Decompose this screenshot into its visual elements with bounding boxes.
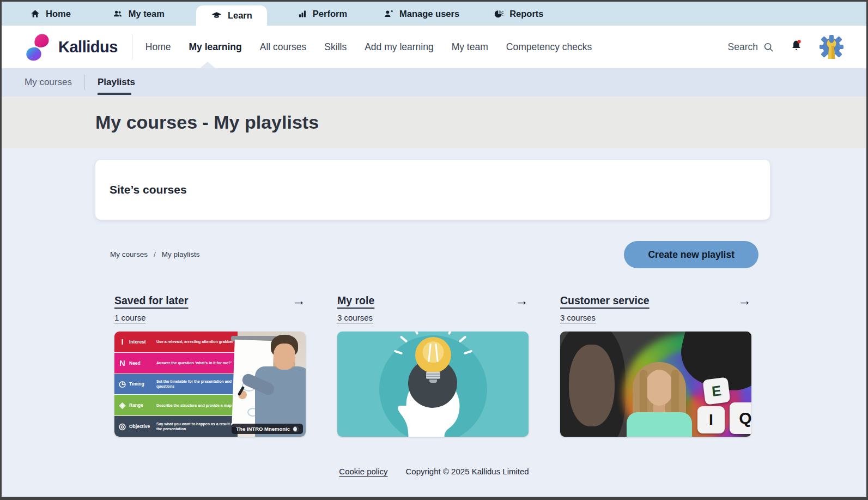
playlist-thumbnail-customer-service[interactable]: E I Q bbox=[560, 332, 751, 437]
app-tab-home[interactable]: Home bbox=[30, 2, 71, 26]
playlist-card-my-role: My role → 3 courses bbox=[337, 294, 529, 437]
course-title-badge: The INTRO Mnemonic bbox=[232, 424, 303, 434]
nav-my-team[interactable]: My team bbox=[452, 41, 488, 53]
intro-row-objective: ◎ Objective Say what you want to happen … bbox=[114, 416, 238, 437]
cookie-policy-link[interactable]: Cookie policy bbox=[339, 467, 387, 476]
search-button[interactable]: Search bbox=[728, 41, 774, 53]
playlist-card-saved-for-later: Saved for later → 1 course I Interest Us… bbox=[114, 294, 306, 437]
nav-skills[interactable]: Skills bbox=[324, 41, 347, 53]
subnav-playlists-label: Playlists bbox=[98, 77, 135, 87]
app-tab-my-team[interactable]: My team bbox=[112, 2, 165, 26]
course-title-badge-label: The INTRO Mnemonic bbox=[236, 426, 290, 432]
open-playlist-arrow-icon[interactable]: → bbox=[515, 294, 529, 306]
breadcrumb: My courses / My playlists bbox=[110, 250, 200, 258]
open-playlist-arrow-icon[interactable]: → bbox=[738, 294, 751, 306]
sites-courses-card: Site’s courses bbox=[95, 160, 770, 220]
subnav-my-courses[interactable]: My courses bbox=[25, 77, 72, 88]
notifications-button[interactable] bbox=[790, 39, 803, 55]
kallidus-logo[interactable]: Kallidus bbox=[23, 31, 118, 63]
active-nav-caret bbox=[200, 62, 215, 68]
playlists-grid: Saved for later → 1 course I Interest Us… bbox=[114, 294, 866, 437]
intro-row-label: Need bbox=[129, 360, 156, 366]
learn-sub-nav: My courses Playlists bbox=[2, 68, 866, 97]
header-right-group: Search bbox=[728, 34, 845, 60]
bell-icon bbox=[790, 39, 803, 53]
nav-all-courses[interactable]: All courses bbox=[260, 41, 307, 53]
app-tab-my-team-label: My team bbox=[129, 9, 165, 19]
intro-row-label: Interest bbox=[129, 339, 156, 345]
person-add-icon bbox=[383, 9, 394, 19]
intro-row-range: ◈ Range Describe the structure and provi… bbox=[114, 395, 238, 415]
learn-nav: Home My learning All courses Skills Add … bbox=[145, 41, 592, 53]
app-tab-manage-users[interactable]: Manage users bbox=[383, 2, 459, 26]
app-tab-manage-users-label: Manage users bbox=[399, 9, 459, 19]
objective-target-icon: ◎ bbox=[116, 421, 129, 431]
home-icon bbox=[30, 9, 40, 19]
user-avatar[interactable] bbox=[818, 34, 845, 60]
intro-row-interest: I Interest Use a relevant, arresting att… bbox=[114, 332, 238, 352]
create-new-playlist-button[interactable]: Create new playlist bbox=[624, 241, 758, 268]
playlist-card-customer-service: Customer service → 3 courses E bbox=[560, 294, 751, 437]
app-tab-home-label: Home bbox=[46, 9, 71, 19]
intro-row-desc: Describe the structure and provide a map bbox=[156, 403, 235, 408]
eq-die-q: Q bbox=[730, 402, 751, 434]
header-divider bbox=[132, 34, 132, 59]
playlist-count-my-role[interactable]: 3 courses bbox=[337, 313, 373, 322]
app-top-bar: Home My team Learn Perform Manage users … bbox=[2, 2, 866, 26]
playlist-thumbnail-saved-for-later[interactable]: I Interest Use a relevant, arresting att… bbox=[114, 332, 306, 437]
eq-die-i: I bbox=[697, 406, 725, 433]
breadcrumb-my-courses[interactable]: My courses bbox=[110, 250, 148, 258]
pie-chart-icon bbox=[493, 9, 504, 19]
app-tab-perform[interactable]: Perform bbox=[298, 2, 347, 26]
open-playlist-arrow-icon[interactable]: → bbox=[292, 294, 306, 306]
app-tab-learn[interactable]: Learn bbox=[196, 5, 267, 26]
playlist-title-saved-for-later[interactable]: Saved for later bbox=[114, 294, 188, 307]
copyright-text: Copyright © 2025 Kallidus Limited bbox=[406, 467, 529, 476]
need-letter-icon: N bbox=[116, 358, 129, 368]
subnav-divider bbox=[84, 75, 85, 90]
app-tab-learn-label: Learn bbox=[228, 10, 252, 21]
kallidus-logo-icon bbox=[23, 31, 53, 63]
search-label: Search bbox=[728, 41, 758, 53]
people-icon bbox=[112, 9, 123, 19]
nav-competency-checks[interactable]: Competency checks bbox=[506, 41, 592, 53]
playlist-title-my-role[interactable]: My role bbox=[337, 294, 374, 307]
eq-die-e: E bbox=[702, 377, 730, 405]
course-duration-icon bbox=[293, 426, 299, 432]
intro-row-desc: Use a relevant, arresting attention grab… bbox=[156, 339, 235, 344]
interest-letter-icon: I bbox=[116, 337, 129, 346]
breadcrumb-separator: / bbox=[154, 250, 156, 258]
app-tab-reports-label: Reports bbox=[509, 9, 543, 19]
search-icon bbox=[763, 41, 774, 53]
app-tab-perform-label: Perform bbox=[313, 9, 347, 19]
nav-home[interactable]: Home bbox=[145, 41, 171, 53]
playlist-count-saved-for-later[interactable]: 1 course bbox=[114, 313, 146, 322]
gear-wrench-avatar-icon bbox=[818, 34, 845, 60]
lightbulb-icon bbox=[415, 337, 451, 373]
playlist-title-customer-service[interactable]: Customer service bbox=[560, 294, 650, 307]
playlist-count-customer-service[interactable]: 3 courses bbox=[560, 313, 596, 322]
bar-chart-icon bbox=[298, 9, 307, 19]
intro-row-timing: ◷ Timing Set the timetable for the prese… bbox=[114, 374, 238, 395]
page-footer: Cookie policy Copyright © 2025 Kallidus … bbox=[2, 467, 866, 476]
intro-row-label: Objective bbox=[129, 424, 156, 429]
main-content: Site’s courses My courses / My playlists… bbox=[2, 148, 866, 476]
notification-dot bbox=[797, 40, 800, 43]
nav-add-my-learning[interactable]: Add my learning bbox=[365, 41, 433, 53]
range-map-icon: ◈ bbox=[116, 400, 129, 410]
site-header: Kallidus Home My learning All courses Sk… bbox=[2, 26, 866, 68]
playlist-thumbnail-my-role[interactable] bbox=[337, 332, 529, 437]
intro-row-label: Timing bbox=[129, 381, 156, 387]
intro-row-desc: Answer the question ‘what’s in it for me… bbox=[156, 360, 235, 365]
nav-my-learning[interactable]: My learning bbox=[189, 41, 242, 53]
brand-wordmark: Kallidus bbox=[58, 38, 118, 56]
graduation-cap-icon bbox=[211, 10, 222, 21]
presenter-photo-illustration bbox=[238, 332, 306, 437]
intro-row-desc: Say what you want to happen as a result … bbox=[156, 421, 235, 431]
intro-mnemonic-list: I Interest Use a relevant, arresting att… bbox=[114, 332, 238, 437]
breadcrumb-my-playlists[interactable]: My playlists bbox=[162, 250, 200, 258]
playlists-toolbar: My courses / My playlists Create new pla… bbox=[95, 241, 770, 268]
subnav-playlists[interactable]: Playlists bbox=[98, 77, 135, 88]
app-tab-reports[interactable]: Reports bbox=[493, 2, 543, 26]
intro-row-desc: Set the timetable for the presentation a… bbox=[156, 379, 235, 389]
